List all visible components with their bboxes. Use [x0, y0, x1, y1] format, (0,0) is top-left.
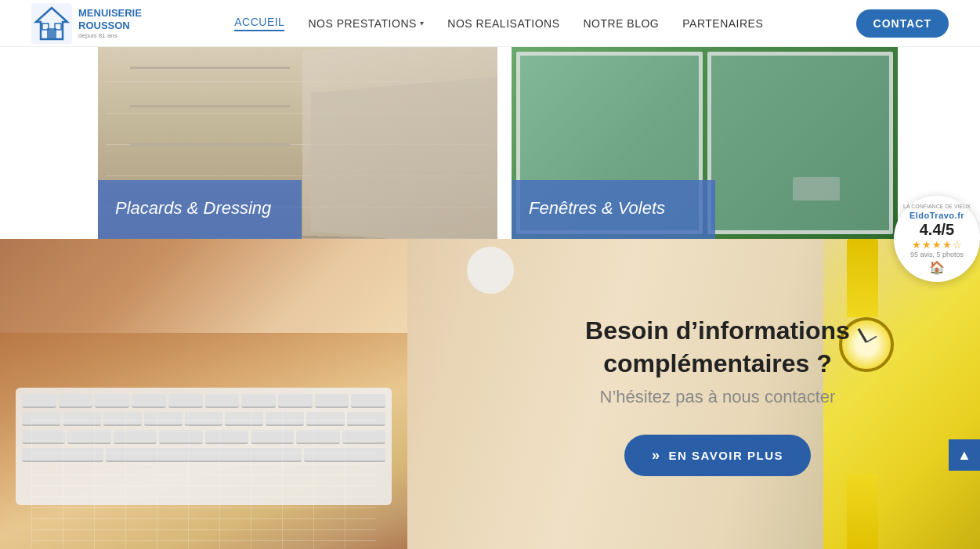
- logo-area[interactable]: MENUISERIE ROUSSON depuis 81 ans: [31, 3, 142, 44]
- eldo-trust-text: LA CONFIANCE DE VIEUX: [903, 203, 971, 210]
- nav-partenaires[interactable]: PARTENAIRES: [682, 17, 763, 30]
- contact-button[interactable]: CONTACT: [856, 9, 949, 38]
- nav-prestations[interactable]: NOS PRESTATIONS ▾: [308, 17, 424, 30]
- cta-title: Besoin d’informations complémentaires ?: [518, 315, 917, 380]
- gallery-label-fenetres: Fenêtres & Volets: [512, 180, 715, 239]
- cta-subtitle: N’hésitez pas à nous contacter: [518, 387, 917, 407]
- nav-blog[interactable]: NOTRE BLOG: [583, 17, 659, 30]
- eldo-badge[interactable]: LA CONFIANCE DE VIEUX EldoTravo.fr 4.4/5…: [894, 196, 980, 282]
- keyboard-image: [0, 239, 407, 549]
- main-nav: ACCUEIL NOS PRESTATIONS ▾ NOS REALISATIO…: [234, 16, 763, 31]
- chevron-down-icon: ▾: [420, 19, 425, 27]
- eldo-reviews: 95 avis, 5 photos: [910, 251, 964, 258]
- gallery-item-fenetres[interactable]: Fenêtres & Volets: [512, 47, 898, 239]
- gallery-item-placards[interactable]: Placards & Dressing: [98, 47, 497, 239]
- scroll-top-button[interactable]: ▲: [949, 439, 980, 471]
- scroll-top-icon: ▲: [957, 447, 971, 464]
- btn-arrows-icon: »: [652, 447, 661, 464]
- logo-text: MENUISERIE ROUSSON depuis 81 ans: [78, 7, 142, 38]
- gallery-row: Placards & Dressing Fenêtres & Volets: [0, 47, 980, 239]
- logo-icon: [31, 3, 72, 44]
- eldo-rating: 4.4/5: [920, 220, 954, 239]
- gallery-label-placards: Placards & Dressing: [98, 180, 302, 239]
- cta-button[interactable]: » EN SAVOIR PLUS: [624, 435, 811, 476]
- nav-realisations[interactable]: NOS REALISATIONS: [447, 17, 559, 30]
- eldo-logo: EldoTravo.fr: [909, 211, 964, 220]
- site-header: MENUISERIE ROUSSON depuis 81 ans ACCUEIL…: [0, 0, 980, 47]
- cta-content: Besoin d’informations complémentaires ? …: [471, 315, 980, 475]
- eldo-house-icon: 🏠: [929, 260, 945, 275]
- mouse-device: [467, 247, 514, 294]
- nav-accueil[interactable]: ACCUEIL: [234, 16, 284, 31]
- cta-section: Besoin d’informations complémentaires ? …: [0, 239, 980, 549]
- eldo-stars: ★★★★☆: [912, 239, 963, 251]
- cta-btn-label: EN SAVOIR PLUS: [668, 449, 783, 462]
